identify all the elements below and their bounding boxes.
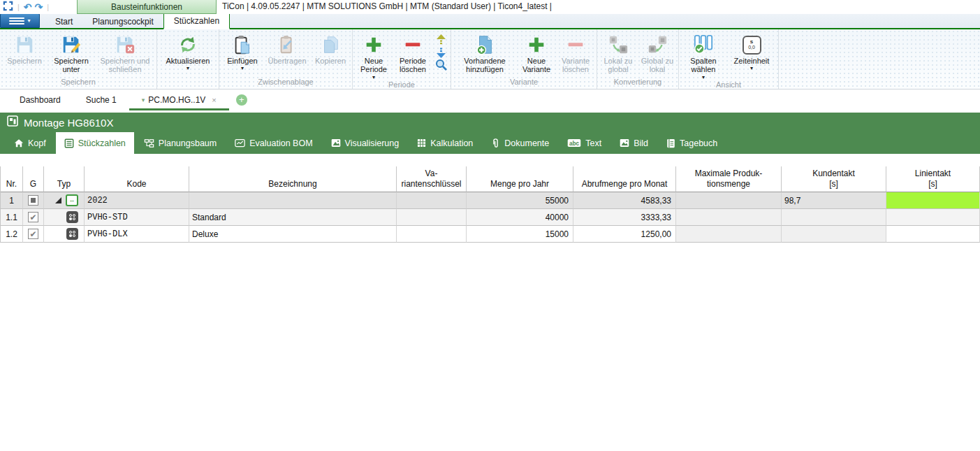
contextual-tab-bausteinfunktionen[interactable]: Bausteinfunktionen [77, 0, 217, 14]
svg-text:abc: abc [569, 141, 580, 147]
move-up-icon[interactable] [434, 34, 447, 45]
cell-kode[interactable]: 2022 [85, 192, 189, 209]
cell-linientakt[interactable] [886, 226, 980, 243]
spalten-waehlen-button[interactable]: Spalten wählen ▾ [680, 31, 726, 80]
table-row-variant[interactable]: 1.1 ✔ PVHG-STD Standard 40000 3333,33 [1, 209, 980, 226]
global-zu-lokal-label: Global zu lokal [639, 57, 675, 74]
panel-tab-text[interactable]: abc Text [559, 132, 610, 154]
einfuegen-button[interactable]: Einfügen ▾ [221, 31, 264, 71]
doc-tab-dashboard[interactable]: Dashboard [7, 90, 73, 110]
period-icon: ↔ [66, 194, 78, 206]
zeiteinheit-button[interactable]: s0,0 Zeiteinheit ▾ [726, 31, 777, 71]
ribbon-tab-stueckzahlen[interactable]: Stückzahlen [163, 13, 230, 29]
panel-tab-visualisierung[interactable]: Visualisierung [323, 132, 408, 154]
panel-tab-evaluation-bom[interactable]: Evaluation BOM [226, 132, 321, 154]
checkbox-checked[interactable]: ✔ [28, 229, 38, 239]
dropdown-caret-icon: ▾ [187, 66, 189, 71]
grid-icon [417, 138, 426, 148]
cell-abrufmenge[interactable]: 4583,33 [573, 192, 676, 209]
cell-max-produktionsmenge[interactable] [676, 209, 782, 226]
speichern-button: Speichern [1, 31, 47, 65]
column-header-kode[interactable]: Kode [85, 166, 189, 192]
panel-tab-bild[interactable]: Bild [611, 132, 657, 154]
panel-tab-kopf[interactable]: Kopf [6, 132, 54, 154]
column-header-variantenschluessel[interactable]: Va-riantenschlüssel [397, 166, 467, 192]
cell-menge-pro-jahr[interactable]: 40000 [467, 209, 573, 226]
chevron-down-icon[interactable]: ▾ [142, 96, 145, 103]
cell-linientakt[interactable] [886, 209, 980, 226]
redo-icon[interactable]: ↷ [35, 2, 43, 12]
minus-disabled-icon [565, 33, 586, 57]
column-header-bezeichnung[interactable]: Bezeichnung [189, 166, 397, 192]
cell-bezeichnung[interactable] [189, 192, 397, 209]
group-label-periode: Periode [354, 80, 449, 89]
paperclip-icon [491, 138, 500, 148]
table-row-period[interactable]: 1 ↔ 2022 55000 4583,33 98,7 [1, 192, 980, 209]
move-down-icon[interactable] [434, 46, 447, 58]
aktualisieren-button[interactable]: Aktualisieren ▾ [159, 31, 217, 71]
column-header-kundentakt[interactable]: Kundentakt[s] [782, 166, 886, 192]
spalten-waehlen-label: Spalten wählen [682, 57, 725, 74]
expand-icon[interactable] [55, 197, 61, 203]
cell-linientakt-highlighted[interactable] [886, 192, 980, 209]
variante-loeschen-label: Variante löschen [557, 57, 594, 74]
panel-tab-tagebuch[interactable]: Tagebuch [658, 132, 726, 154]
cell-bezeichnung[interactable]: Deluxe [189, 226, 397, 243]
cell-variantenschluessel[interactable] [397, 226, 467, 243]
cell-menge-pro-jahr[interactable]: 15000 [467, 226, 573, 243]
periode-loeschen-button[interactable]: Periode löschen [393, 31, 432, 74]
ribbon-group-periode: Neue Periode ▾ Periode löschen [353, 29, 451, 89]
checkbox-checked[interactable]: ✔ [28, 212, 38, 222]
variant-icon [66, 228, 78, 240]
undo-icon[interactable]: ↶ [24, 2, 32, 12]
main-menu-button[interactable]: ▾ [0, 13, 40, 28]
column-header-nr[interactable]: Nr. [1, 166, 23, 192]
ribbon-group-speichern: Speichern Speichern unter Speichern und … [0, 29, 157, 89]
plus-icon [526, 33, 547, 57]
column-header-typ[interactable]: Typ [44, 166, 85, 192]
checkbox-indeterminate[interactable] [28, 195, 38, 206]
close-icon[interactable]: × [209, 96, 216, 104]
cell-kundentakt [782, 226, 886, 243]
speichern-label: Speichern [7, 57, 42, 65]
ribbon-tab-planungscockpit[interactable]: Planungscockpit [82, 15, 163, 28]
doc-tab-suche1[interactable]: Suche 1 [73, 90, 129, 110]
neue-periode-button[interactable]: Neue Periode ▾ [354, 31, 393, 80]
cell-max-produktionsmenge[interactable] [676, 226, 782, 243]
neue-variante-button[interactable]: Neue Variante [517, 31, 556, 74]
doc-tab-pc-mo-hg-1v[interactable]: ▾ PC.MO.HG..1V × [129, 90, 229, 110]
cell-variantenschluessel[interactable] [397, 192, 467, 209]
cell-nr: 1.1 [1, 209, 23, 226]
cell-max-produktionsmenge[interactable] [676, 192, 782, 209]
global-zu-lokal-button: Global zu lokal [638, 31, 677, 74]
dropdown-caret-icon: ▾ [750, 66, 753, 71]
cell-bezeichnung[interactable]: Standard [189, 209, 397, 226]
panel-tab-dokumente[interactable]: Dokumente [483, 132, 557, 154]
cell-nr: 1.2 [1, 226, 23, 243]
uebertragen-label: Übertragen [268, 57, 306, 65]
cell-abrufmenge[interactable]: 1250,00 [573, 226, 676, 243]
column-header-abrufmenge[interactable]: Abrufmenge pro Monat [573, 166, 676, 192]
column-header-linientakt[interactable]: Linientakt[s] [886, 166, 980, 192]
search-icon[interactable] [434, 59, 447, 71]
column-header-menge-pro-jahr[interactable]: Menge pro Jahr [467, 166, 573, 192]
column-header-g[interactable]: G [23, 166, 44, 192]
vorhandene-hinzufuegen-button[interactable]: Vorhandene hinzufügen [453, 31, 517, 74]
panel-tab-stueckzahlen[interactable]: Stückzahlen [56, 132, 134, 154]
cell-g: ✔ [23, 209, 44, 226]
cell-kode[interactable]: PVHG-STD [85, 209, 189, 226]
panel-tab-planungsbaum[interactable]: Planungsbaum [136, 132, 225, 154]
cell-kode[interactable]: PVHG-DLX [85, 226, 189, 243]
ribbon-tab-start[interactable]: Start [45, 15, 82, 28]
ribbon: Speichern Speichern unter Speichern und … [0, 29, 980, 90]
column-header-max-produktionsmenge[interactable]: Maximale Produk-tionsmenge [676, 166, 782, 192]
cell-variantenschluessel[interactable] [397, 209, 467, 226]
speichern-unter-button[interactable]: Speichern unter [47, 31, 95, 74]
abc-icon: abc [567, 138, 581, 148]
cell-nr: 1 [1, 192, 23, 209]
cell-menge-pro-jahr[interactable]: 55000 [467, 192, 573, 209]
new-tab-button[interactable]: + [236, 94, 247, 106]
table-row-variant[interactable]: 1.2 ✔ PVHG-DLX Deluxe 15000 1250,00 [1, 226, 980, 243]
panel-tab-kalkulation[interactable]: Kalkulation [409, 132, 481, 154]
cell-abrufmenge[interactable]: 3333,33 [573, 209, 676, 226]
